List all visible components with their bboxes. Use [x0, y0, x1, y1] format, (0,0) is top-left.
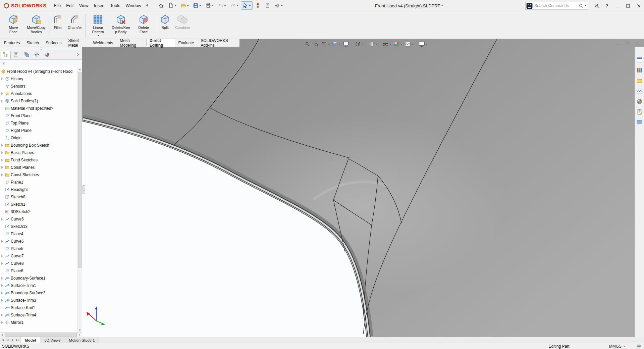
split-button[interactable]: Split — [157, 13, 173, 31]
menu-file[interactable]: File — [51, 2, 63, 9]
tab-features[interactable]: Features — [1, 39, 23, 47]
user-account-button[interactable] — [592, 3, 602, 8]
tab-surfaces[interactable]: Surfaces — [42, 39, 65, 47]
tab-direct-editing[interactable]: Direct Editing — [146, 39, 175, 47]
dropdown-caret-icon[interactable] — [212, 5, 214, 6]
expand-arrow-icon[interactable] — [1, 292, 3, 294]
panel-tabs-overflow-button[interactable] — [74, 51, 81, 59]
redo-button[interactable] — [228, 1, 240, 10]
tree-item-origin[interactable]: Origin — [1, 134, 77, 142]
expand-arrow-icon[interactable] — [1, 100, 3, 102]
tab-sketch[interactable]: Sketch — [23, 39, 42, 47]
expand-arrow-icon[interactable] — [1, 255, 3, 257]
expand-arrow-icon[interactable] — [1, 166, 3, 169]
graphics-area[interactable] — [82, 39, 644, 337]
tree-item-const-planes[interactable]: Const Planes — [1, 164, 77, 171]
tab-sheet-metal[interactable]: Sheet Metal — [65, 39, 90, 47]
nav-first-button[interactable] — [1, 338, 5, 343]
home-button[interactable] — [157, 1, 166, 10]
linear-pattern-button[interactable]: Linear Pattern — [87, 13, 109, 37]
tree-root-part[interactable]: Front Hood v4 (Straight) (Front Hood — [1, 68, 77, 75]
3dexperience-icon[interactable] — [526, 2, 533, 9]
menu-view[interactable]: View — [76, 2, 91, 9]
tree-item-surface-trim1[interactable]: Surface-Trim1 — [1, 282, 77, 289]
tree-item-3dsketch2[interactable]: 3D3DSketch2 — [1, 208, 77, 215]
help-button[interactable] — [602, 3, 612, 8]
model-tab-motion-study-1[interactable]: Motion Study 1 — [65, 337, 99, 343]
tab-evaluate[interactable]: Evaluate — [175, 39, 198, 47]
delete-keep-body-button[interactable]: Delete/Keep Body — [109, 13, 132, 35]
model-tab-model[interactable]: Model — [21, 337, 40, 343]
options-button[interactable] — [273, 1, 284, 10]
tree-item-sketch1[interactable]: Sketch1 — [1, 201, 77, 208]
edit-appearance-button[interactable] — [392, 40, 404, 48]
fillet-button[interactable]: Fillet — [50, 13, 65, 31]
tree-item-annotations[interactable]: Annotations — [1, 90, 77, 97]
move-face-button[interactable]: Move Face — [2, 13, 25, 35]
tree-filter[interactable] — [0, 60, 82, 67]
doc-minimize-button[interactable] — [615, 41, 621, 46]
dropdown-caret-icon[interactable] — [236, 5, 238, 6]
search-icon[interactable] — [579, 3, 584, 8]
task-pane-view-palette-button[interactable] — [636, 87, 644, 95]
units-selector[interactable]: MMGS — [609, 344, 625, 349]
previous-view-button[interactable] — [320, 40, 331, 48]
dropdown-caret-icon[interactable] — [224, 5, 226, 6]
section-view-button[interactable] — [331, 40, 342, 48]
nav-next-button[interactable] — [10, 338, 15, 343]
expand-arrow-icon[interactable] — [1, 159, 3, 161]
chamfer-button[interactable]: Chamfer — [65, 13, 84, 31]
view-settings-button[interactable] — [418, 40, 429, 48]
dropdown-caret-icon[interactable] — [412, 44, 414, 45]
panel-tab-displaymanager[interactable] — [42, 51, 52, 59]
expand-arrow-icon[interactable] — [1, 262, 3, 265]
dropdown-caret-icon[interactable] — [199, 5, 201, 6]
dropdown-caret-icon[interactable] — [187, 5, 189, 6]
scroll-right-arrow[interactable] — [77, 333, 82, 337]
tree-item-plane1[interactable]: Plane1 — [1, 179, 77, 186]
tree-item-surface-trim4[interactable]: Surface-Trim4 — [1, 311, 77, 319]
expand-arrow-icon[interactable] — [1, 284, 3, 287]
undo-button[interactable] — [216, 1, 228, 10]
tree-item-bounding-box-sketch[interactable]: Bounding Box Sketch — [1, 142, 77, 149]
scroll-left-arrow[interactable] — [0, 333, 5, 337]
minimize-button[interactable] — [612, 0, 623, 11]
menu-insert[interactable]: Insert — [91, 2, 108, 9]
menu-edit[interactable]: Edit — [63, 2, 76, 9]
dropdown-caret-icon[interactable] — [97, 35, 99, 36]
tree-item-curve6[interactable]: Curve6 — [1, 238, 77, 245]
tree-item-surface-trim3[interactable]: Surface-Trim3 — [1, 297, 77, 304]
dropdown-caret-icon[interactable] — [339, 44, 341, 45]
tree-item-top-plane[interactable]: Top Plane — [1, 119, 77, 127]
view-orientation-button[interactable] — [353, 40, 364, 48]
tree-item-curve7[interactable]: Curve7 — [1, 252, 77, 260]
expand-arrow-icon[interactable] — [1, 277, 3, 280]
select-button[interactable] — [241, 1, 253, 10]
expand-arrow-icon[interactable] — [1, 218, 3, 220]
dropdown-caret-icon[interactable] — [328, 44, 330, 45]
dropdown-caret-icon[interactable] — [389, 44, 391, 45]
tree-item-sketch8[interactable]: Sketch8 — [1, 193, 77, 201]
model-tab-3d-views[interactable]: 3D Views — [40, 337, 65, 343]
expand-arrow-icon[interactable] — [1, 314, 3, 316]
save-button[interactable] — [191, 1, 203, 10]
scroll-up-arrow[interactable] — [78, 67, 82, 71]
tree-item-headlight[interactable]: Headlight — [1, 186, 77, 193]
scroll-down-arrow[interactable] — [78, 328, 82, 332]
new-document-button[interactable] — [166, 1, 178, 10]
dropdown-caret-icon[interactable] — [174, 5, 176, 6]
tree-item-plane6[interactable]: Plane6 — [1, 267, 77, 275]
tab-solidworks-add-ins[interactable]: SOLIDWORKS Add-Ins — [197, 39, 239, 47]
expand-arrow-icon[interactable] — [1, 240, 3, 243]
dynamic-annotation-button[interactable] — [342, 40, 350, 48]
dropdown-caret-icon[interactable] — [281, 5, 283, 6]
status-globe-icon[interactable] — [637, 344, 641, 349]
zoom-to-fit-button[interactable] — [303, 40, 311, 48]
hide-show-items-button[interactable] — [381, 40, 392, 48]
expand-arrow-icon[interactable] — [1, 173, 3, 176]
tree-item-boundary-surface1[interactable]: Boundary-Surface1 — [1, 275, 77, 282]
panel-tab-featuremanager[interactable] — [1, 51, 11, 59]
dropdown-caret-icon[interactable] — [375, 44, 377, 45]
expand-arrow-icon[interactable] — [1, 321, 3, 324]
tree-vertical-scrollbar[interactable] — [77, 67, 82, 332]
